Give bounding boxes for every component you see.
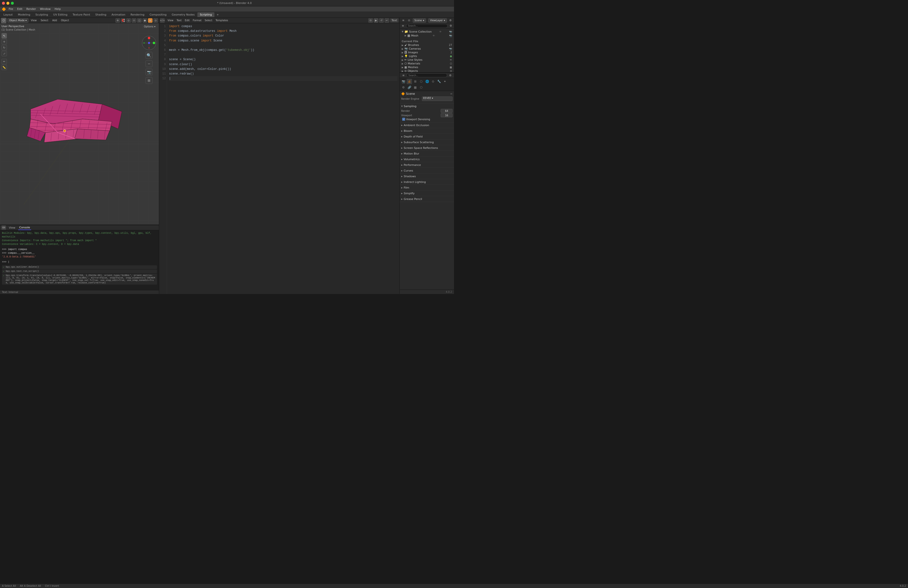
props-icon-render[interactable]: 📷 [401, 79, 406, 84]
menu-edit[interactable]: Edit [15, 7, 24, 11]
console-tab-view[interactable]: View [8, 226, 16, 230]
shading-solid-icon[interactable]: ● [143, 18, 147, 23]
props-icon-object[interactable]: ⊙ [430, 79, 436, 84]
collapse-header-10[interactable]: ▶ Indirect Lighting [400, 179, 454, 185]
props-icon-particles[interactable]: ✦ [442, 79, 448, 84]
collapse-header-13[interactable]: ▶ Grease Pencil [400, 196, 454, 202]
snap-icon[interactable]: 🧲 [121, 18, 126, 23]
editor-toggle-sidebar[interactable]: ⊟ [369, 18, 373, 23]
outliner-item-mesh[interactable]: ▶ ▦ Mesh 👁 📷 [400, 34, 454, 37]
zoom-in-button[interactable]: 🔍 [146, 52, 153, 59]
collapse-header-2[interactable]: ▶ Depth of Field [400, 134, 454, 139]
collapse-header-12[interactable]: ▶ Simplify [400, 190, 454, 196]
code-content[interactable]: import compas from compas.datastructures… [167, 23, 399, 294]
outliner-mode-icon[interactable]: ≡ [401, 18, 406, 23]
vp-menu-add[interactable]: Add [51, 19, 58, 22]
scale-tool-button[interactable]: ⤢ [2, 51, 7, 56]
run-script-button[interactable]: ▶ [374, 18, 378, 23]
tab-sculpting[interactable]: Sculpting [33, 12, 50, 17]
zoom-out-button[interactable]: − [146, 60, 153, 67]
close-button[interactable] [2, 2, 5, 5]
viewport-options-button[interactable]: Options ▾ [142, 25, 158, 28]
collapse-header-9[interactable]: ▶ Shadows [400, 174, 454, 179]
outliner-item-objects[interactable]: ▶ ⊙ Objects ⊙ [400, 69, 454, 72]
editor-menu-select[interactable]: Select [203, 19, 214, 22]
outliner-item-images[interactable]: ▶ 🖼 Images 2 [400, 51, 454, 54]
editor-menu-edit[interactable]: Edit [184, 19, 191, 22]
tab-texture-paint[interactable]: Texture Paint [70, 12, 93, 17]
outliner-item-line-styles[interactable]: ▶ ✏ Line Styles ✏ [400, 58, 454, 62]
outliner-item-lights[interactable]: ▶ 💡 Lights ● [400, 54, 454, 58]
console-current-prompt[interactable]: >>> | [2, 260, 157, 264]
tab-rendering[interactable]: Rendering [128, 12, 147, 17]
filter-icon[interactable]: ⚙ [448, 18, 452, 23]
add-workspace-button[interactable]: + [215, 12, 221, 17]
editor-menu-format[interactable]: Format [191, 19, 203, 22]
nav-gizmo[interactable] [142, 35, 156, 50]
props-filter-icon[interactable]: ⚙ [448, 73, 452, 77]
outliner-icon-2[interactable]: ⊙ [407, 18, 411, 23]
outliner-view-icon[interactable]: ≡ [401, 24, 405, 28]
props-icon-material[interactable]: ⬡ [419, 85, 424, 90]
viewport-content[interactable]: User Perspective (1) Scene Collection | … [0, 23, 159, 225]
code-editor[interactable]: 1 2 3 4 5 6 7 8 9 10 11 12 import compas… [159, 23, 399, 294]
viewport-samples-field[interactable]: 16 [441, 113, 452, 117]
rotate-tool-button[interactable]: ↻ [2, 45, 7, 50]
props-icon-data[interactable]: ▦ [412, 85, 418, 90]
collapse-header-4[interactable]: ▶ Screen Space Reflections [400, 145, 454, 151]
vp-menu-object[interactable]: Object [60, 19, 71, 22]
collapse-header-11[interactable]: ▶ Film [400, 185, 454, 190]
viewport-denoising-checkbox[interactable]: ✓ [402, 118, 405, 121]
move-tool-button[interactable]: ✛ [2, 39, 7, 44]
shading-material-icon[interactable]: ◉ [148, 18, 153, 23]
props-icon-output[interactable]: 🖨 [407, 79, 412, 84]
maximize-button[interactable] [11, 2, 14, 5]
collapse-header-7[interactable]: ▶ Performance [400, 162, 454, 168]
properties-search-input[interactable] [407, 73, 447, 77]
tab-modeling[interactable]: Modeling [15, 12, 32, 17]
viewport-mode-icon[interactable]: ⬡ [1, 18, 6, 23]
props-icon-scene[interactable]: ⬡ [419, 79, 424, 84]
collapse-header-5[interactable]: ▶ Motion Blur [400, 151, 454, 156]
props-icon-world[interactable]: 🌐 [424, 79, 430, 84]
text-file-label[interactable]: Text [390, 18, 398, 23]
measure-button[interactable]: 📏 [2, 64, 7, 70]
props-icon-constraints[interactable]: 🔗 [407, 85, 412, 90]
editor-sync-button[interactable]: ↺ [379, 18, 384, 23]
scene-selector[interactable]: Scene ▾ [413, 18, 426, 23]
tab-layout[interactable]: Layout [1, 12, 15, 17]
collapse-header-1[interactable]: ▶ Bloom [400, 128, 454, 134]
collapse-header-3[interactable]: ▶ Subsurface Scattering [400, 140, 454, 145]
menu-window[interactable]: Window [38, 7, 52, 11]
outliner-item-meshes[interactable]: ▶ ▦ Meshes ▦ [400, 65, 454, 69]
xray-icon[interactable]: ◫ [137, 18, 142, 23]
menu-render[interactable]: Render [25, 7, 38, 11]
editor-menu-view[interactable]: View [166, 19, 175, 22]
tab-scripting[interactable]: Scripting [197, 12, 214, 17]
vp-menu-select[interactable]: Select [39, 19, 50, 22]
outliner-item-materials[interactable]: ▶ ⬡ Materials ⬡ [400, 62, 454, 65]
outliner-item-cameras[interactable]: ▶ 📷 Cameras 📷 [400, 47, 454, 51]
tab-geometry-nodes[interactable]: Geometry Nodes [169, 12, 197, 17]
shading-rendered-icon[interactable]: ◎ [153, 18, 158, 23]
grid-button[interactable]: ⊞ [146, 77, 153, 84]
select-tool-button[interactable]: ↖ [2, 33, 7, 39]
outliner-search-input[interactable] [406, 24, 448, 28]
console-content[interactable]: Builtin Modules: bpy, bpy.data, bpy.ops,… [0, 230, 159, 290]
collapse-header-0[interactable]: ▶ Ambient Occlusion [400, 122, 454, 128]
props-icon-view-layer[interactable]: ⊞ [412, 79, 418, 84]
tab-shading[interactable]: Shading [93, 12, 109, 17]
object-mode-selector[interactable]: Object Mode ▾ [7, 18, 28, 23]
menu-file[interactable]: File [7, 7, 15, 11]
props-icon-physics[interactable]: ⚙ [401, 85, 406, 90]
annotate-button[interactable]: ✏ [2, 59, 7, 64]
tab-uv-editing[interactable]: UV Editing [51, 12, 70, 17]
editor-menu-text[interactable]: Text [175, 19, 183, 22]
proportional-icon[interactable]: ◎ [126, 18, 131, 23]
sampling-header[interactable]: Sampling [401, 105, 452, 108]
outliner-item-scene-collection[interactable]: ▼ 📁 Scene Collection 👁 📷 [400, 30, 454, 34]
menu-help[interactable]: Help [53, 7, 63, 11]
blender-logo[interactable]: 🔶 [1, 6, 6, 12]
vp-menu-view[interactable]: View [29, 19, 38, 22]
render-samples-field[interactable]: 64 [441, 109, 452, 113]
